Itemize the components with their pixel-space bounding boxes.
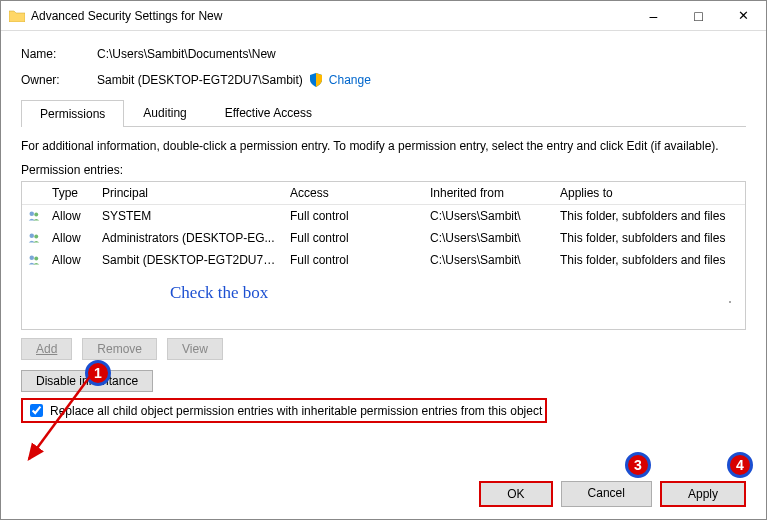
col-type[interactable]: Type xyxy=(46,182,96,204)
users-icon xyxy=(22,227,46,249)
cell-principal: Administrators (DESKTOP-EG... xyxy=(96,227,284,249)
cell-access: Full control xyxy=(284,205,424,227)
dialog-footer: OK Cancel Apply xyxy=(479,481,746,507)
tab-permissions[interactable]: Permissions xyxy=(21,100,124,127)
users-icon xyxy=(22,249,46,271)
col-access[interactable]: Access xyxy=(284,182,424,204)
annotation-badge-3: 3 xyxy=(625,452,651,478)
apply-button[interactable]: Apply xyxy=(660,481,746,507)
remove-button: Remove xyxy=(82,338,157,360)
minimize-button[interactable]: – xyxy=(631,1,676,30)
shield-icon xyxy=(309,73,323,87)
ok-button[interactable]: OK xyxy=(479,481,552,507)
close-button[interactable]: ✕ xyxy=(721,1,766,30)
replace-entries-checkbox[interactable] xyxy=(30,404,43,417)
permission-table: Type Principal Access Inherited from App… xyxy=(21,181,746,330)
name-value: C:\Users\Sambit\Documents\New xyxy=(97,47,276,61)
table-row[interactable]: AllowSambit (DESKTOP-EGT2DU7\S...Full co… xyxy=(22,249,745,271)
replace-entries-row[interactable]: Replace all child object permission entr… xyxy=(21,398,547,423)
annotation-badge-4: 4 xyxy=(727,452,753,478)
cell-inherited: C:\Users\Sambit\ xyxy=(424,249,554,271)
cell-access: Full control xyxy=(284,227,424,249)
cell-principal: Sambit (DESKTOP-EGT2DU7\S... xyxy=(96,249,284,271)
table-row[interactable]: AllowSYSTEMFull controlC:\Users\Sambit\T… xyxy=(22,205,745,227)
titlebar: Advanced Security Settings for New – □ ✕ xyxy=(1,1,766,31)
col-principal[interactable]: Principal xyxy=(96,182,284,204)
window-title: Advanced Security Settings for New xyxy=(31,9,631,23)
cell-applies: This folder, subfolders and files xyxy=(554,227,745,249)
cell-type: Allow xyxy=(46,227,96,249)
cancel-button[interactable]: Cancel xyxy=(561,481,652,507)
cell-applies: This folder, subfolders and files xyxy=(554,249,745,271)
maximize-button[interactable]: □ xyxy=(676,1,721,30)
owner-value: Sambit (DESKTOP-EGT2DU7\Sambit) xyxy=(97,73,303,87)
tab-strip: Permissions Auditing Effective Access xyxy=(21,99,746,127)
tab-effective-access[interactable]: Effective Access xyxy=(206,99,331,126)
table-row[interactable]: AllowAdministrators (DESKTOP-EG...Full c… xyxy=(22,227,745,249)
svg-point-3 xyxy=(34,235,38,239)
svg-point-2 xyxy=(30,234,35,239)
cell-inherited: C:\Users\Sambit\ xyxy=(424,227,554,249)
folder-icon xyxy=(9,10,25,22)
cell-applies: This folder, subfolders and files xyxy=(554,205,745,227)
cell-access: Full control xyxy=(284,249,424,271)
cell-principal: SYSTEM xyxy=(96,205,284,227)
view-button: View xyxy=(167,338,223,360)
col-inherited[interactable]: Inherited from xyxy=(424,182,554,204)
name-label: Name: xyxy=(21,47,97,61)
info-text: For additional information, double-click… xyxy=(21,139,746,153)
replace-entries-label: Replace all child object permission entr… xyxy=(50,404,542,418)
table-header: Type Principal Access Inherited from App… xyxy=(22,182,745,205)
add-button[interactable]: Add xyxy=(21,338,72,360)
users-icon xyxy=(22,205,46,227)
cell-type: Allow xyxy=(46,205,96,227)
annotation-badge-1: 1 xyxy=(85,360,111,386)
entries-label: Permission entries: xyxy=(21,163,746,177)
change-owner-link[interactable]: Change xyxy=(329,73,371,87)
svg-point-1 xyxy=(34,213,38,217)
annotation-check-text: Check the box xyxy=(170,283,268,303)
cell-type: Allow xyxy=(46,249,96,271)
svg-point-0 xyxy=(30,212,35,217)
svg-point-4 xyxy=(30,256,35,261)
col-applies[interactable]: Applies to xyxy=(554,182,745,204)
svg-point-5 xyxy=(34,257,38,261)
tab-auditing[interactable]: Auditing xyxy=(124,99,205,126)
owner-label: Owner: xyxy=(21,73,97,87)
cell-inherited: C:\Users\Sambit\ xyxy=(424,205,554,227)
content-area: Name: C:\Users\Sambit\Documents\New Owne… xyxy=(1,31,766,435)
